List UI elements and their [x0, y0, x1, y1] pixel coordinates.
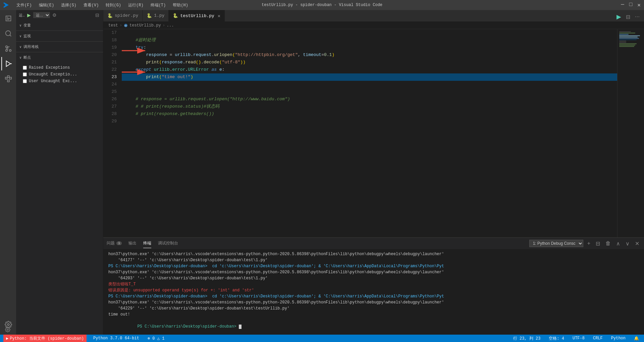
language-status[interactable]: Python [609, 336, 627, 341]
terminal-cursor [239, 325, 241, 329]
menu-run[interactable]: 运行(R) [125, 2, 146, 9]
tab-bar: 🐍 spider.py 🐍 1.py 🐍 testUrllib.py ✕ ▶ ⊟… [103, 10, 644, 22]
svg-point-0 [6, 31, 11, 36]
activity-debug[interactable] [1, 57, 15, 70]
errors-label: ⊗ 0 △ 1 [148, 336, 164, 341]
breakpoints-chevron-icon: ∨ [19, 56, 22, 60]
tab-1-py[interactable]: 🐍 1.py [143, 10, 169, 21]
debug-toolbar: 运… ▶ 运… ⚙ ⊟ [16, 10, 103, 20]
debug-split-button[interactable]: ⊟ [94, 11, 100, 19]
line-num-23: 23 [103, 73, 117, 81]
line-num-25: 25 [103, 88, 117, 96]
svg-marker-5 [6, 61, 11, 67]
variables-chevron-icon: ∨ [19, 23, 22, 27]
tab-close-icon[interactable]: ✕ [218, 13, 220, 19]
sidebar: 运… ▶ 运… ⚙ ⊟ ∨ 变量 ∨ 监视 ∨ 调用堆栈 [16, 10, 103, 335]
code-line-23: print("time out!") [122, 73, 617, 81]
tab-debug-console[interactable]: 调试控制台 [158, 239, 178, 248]
tab-1-py-icon: 🐍 [147, 13, 152, 18]
panel-split-button[interactable]: ⊟ [594, 240, 601, 247]
panel-minimize-button[interactable]: ∨ [624, 240, 631, 247]
more-actions-button[interactable]: ⋯ [634, 13, 641, 20]
svg-line-1 [10, 35, 11, 36]
menu-file[interactable]: 文件(F) [14, 2, 35, 9]
breadcrumb-more[interactable]: ... [167, 23, 174, 28]
breakpoint-user-uncaught-checkbox[interactable] [23, 79, 27, 83]
activity-bar [0, 10, 16, 335]
close-icon[interactable]: ✕ [637, 2, 641, 8]
activity-source-control[interactable] [1, 42, 15, 55]
breadcrumb-test[interactable]: test [108, 23, 118, 28]
panel-close-button[interactable]: ✕ [634, 240, 641, 247]
variables-header[interactable]: ∨ 变量 [16, 20, 103, 31]
minimize-icon[interactable]: ─ [621, 2, 624, 8]
svg-rect-8 [10, 77, 11, 79]
terminal-selector[interactable]: 1: Python Debug Consc [529, 240, 583, 247]
panel-add-button[interactable]: + [586, 240, 592, 247]
encoding-status[interactable]: UTF-8 [571, 336, 586, 341]
tab-terminal-label: 终端 [143, 240, 151, 246]
line-num-18: 18 [103, 37, 117, 44]
language-label: Python [611, 336, 626, 341]
tab-terminal[interactable]: 终端 [143, 239, 151, 248]
menu-view[interactable]: 查看(V) [81, 2, 102, 9]
line-ending-label: CRLF [593, 336, 603, 341]
menu-edit[interactable]: 编辑(E) [36, 2, 57, 9]
code-line-20: response = urllib.request.urlopen("http:… [122, 51, 617, 59]
line-ending-status[interactable]: CRLF [591, 336, 604, 341]
split-editor-button[interactable]: ⊟ [625, 13, 631, 21]
tab-spider-py[interactable]: 🐍 spider.py [103, 10, 143, 21]
activity-explorer[interactable] [1, 12, 15, 25]
svg-rect-9 [7, 76, 9, 78]
terminal-content[interactable]: hon37\python.exe' 'c:\Users\harris\.vsco… [103, 249, 644, 335]
line-col-status[interactable]: 行 23, 列 23 [512, 336, 542, 341]
breakpoints-header[interactable]: ∨ 断点 [16, 52, 103, 63]
debug-status-item[interactable]: ▶ Python: 当前文件 (spider-douban) [3, 335, 87, 342]
errors-status[interactable]: ⊗ 0 △ 1 [146, 336, 166, 341]
activity-extensions[interactable] [1, 72, 15, 86]
code-line-26: # response = urllib.request.urlopen("htt… [122, 96, 617, 103]
call-stack-header[interactable]: ∨ 调用堆栈 [16, 42, 103, 52]
line-num-21: 21 [103, 59, 117, 66]
panel-trash-button[interactable]: 🗑 [604, 240, 612, 247]
editor-area: 🐍 spider.py 🐍 1.py 🐍 testUrllib.py ✕ ▶ ⊟… [103, 10, 644, 335]
code-content[interactable]: #超时处理 try: response = urllib.request.url… [122, 29, 617, 237]
breakpoints-list: Raised Exceptions Uncaught Exceptio... U… [16, 63, 103, 86]
breadcrumb-filename[interactable]: testUrllib.py [129, 23, 161, 28]
breakpoint-raised-checkbox[interactable] [23, 66, 27, 70]
breakpoint-uncaught-checkbox[interactable] [23, 72, 27, 76]
menu-select[interactable]: 选择(S) [58, 2, 79, 9]
python-file-icon: py [124, 23, 128, 27]
tab-problems-label: 问题 [107, 240, 115, 246]
main-layout: 运… ▶ 运… ⚙ ⊟ ∨ 变量 ∨ 监视 ∨ 调用堆栈 [0, 10, 644, 335]
tab-problems[interactable]: 问题 1 [107, 239, 122, 248]
debug-config-select[interactable]: 运… [33, 12, 50, 18]
line-numbers: 17 18 19 20 21 22 23 24 25 26 27 28 29 [103, 29, 122, 237]
menu-help[interactable]: 帮助(H) [170, 2, 191, 9]
run-label: 运… [19, 13, 25, 18]
run-file-button[interactable]: ▶ [615, 12, 622, 21]
debug-config-button[interactable]: ⚙ [51, 11, 58, 19]
breakpoint-user-uncaught-label: User Uncaught Exc... [29, 79, 77, 83]
problems-badge: 1 [116, 241, 122, 245]
menu-goto[interactable]: 转到(G) [103, 2, 124, 9]
bell-icon: 🔔 [634, 336, 639, 341]
python-version-status[interactable]: Python 3.7.0 64-bit [92, 336, 141, 341]
panel-maximize-button[interactable]: ∧ [615, 240, 622, 247]
terminal-line-6: 错误原因是: unsupported operand type(s) for +… [108, 287, 639, 293]
vscode-logo-icon [3, 2, 9, 8]
code-editor: 17 18 19 20 21 22 23 24 25 26 27 28 29 [103, 29, 644, 237]
maximize-icon[interactable]: □ [629, 2, 633, 8]
tab-output[interactable]: 输出 [128, 239, 137, 248]
watch-header[interactable]: ∨ 监视 [16, 31, 103, 41]
notifications-status[interactable]: 🔔 [632, 336, 641, 341]
tab-testurllib-py[interactable]: 🐍 testUrllib.py ✕ [169, 10, 225, 21]
kw-try: try [136, 44, 143, 51]
status-bar-right: 行 23, 列 23 空格: 4 UTF-8 CRLF Python 🔔 [512, 336, 641, 341]
debug-run-button[interactable]: ▶ [26, 11, 32, 19]
svg-point-3 [6, 46, 8, 48]
spaces-status[interactable]: 空格: 4 [547, 336, 566, 341]
colon-19: : [144, 44, 146, 51]
activity-search[interactable] [1, 27, 15, 40]
menu-terminal[interactable]: 终端(T) [148, 2, 169, 9]
